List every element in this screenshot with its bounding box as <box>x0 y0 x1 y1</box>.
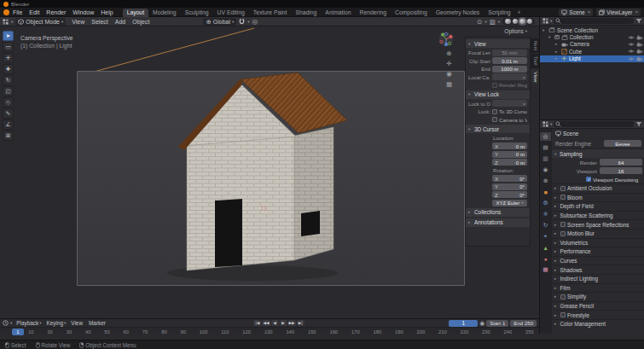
show-gizmo-toggle[interactable]: ⊙ <box>477 18 482 26</box>
play-reverse-button[interactable]: ◀ <box>271 320 279 326</box>
snap-magnet-toggle[interactable] <box>239 19 245 25</box>
rotation-order-select[interactable]: XYZ Euler ▾ <box>492 200 527 206</box>
collection-checkbox[interactable] <box>554 35 560 40</box>
proportional-edit-toggle[interactable]: ◎ <box>252 18 258 26</box>
playhead[interactable]: 1 <box>12 329 24 335</box>
camera-view-toggle[interactable]: ◉ <box>446 71 452 78</box>
section-checkbox[interactable] <box>560 312 566 317</box>
render-section-header[interactable]: ▸ Curves <box>552 256 644 265</box>
render-visibility-icon[interactable] <box>636 35 643 40</box>
tab-physics[interactable]: ↻ <box>540 221 551 230</box>
workspace-tab[interactable]: Compositing <box>391 9 432 17</box>
add-cube-tool[interactable]: ⊞ <box>3 131 14 141</box>
object-field[interactable]: × <box>492 73 527 80</box>
section-checkbox[interactable] <box>560 186 566 191</box>
menu-item[interactable]: Window <box>69 8 97 17</box>
clear-icon[interactable]: × <box>522 74 525 80</box>
section-checkbox[interactable] <box>560 222 566 227</box>
render-visibility-icon[interactable] <box>636 56 643 61</box>
visibility-eye-icon[interactable] <box>628 49 635 54</box>
axis-value-field[interactable]: Z 0 m <box>492 159 527 166</box>
render-section-header[interactable]: ▸ Subsurface Scattering <box>552 211 644 220</box>
tab-material[interactable]: ● <box>540 254 551 263</box>
scene-unlink-button[interactable]: × <box>587 9 591 15</box>
axis-value-field[interactable]: Y 0 m <box>492 151 527 158</box>
expand-caret-icon[interactable]: ▾ <box>548 35 553 39</box>
workspace-tab[interactable]: Shading <box>291 9 321 17</box>
object-field[interactable]: × <box>492 100 527 107</box>
section-checkbox[interactable] <box>560 231 566 236</box>
jump-to-start-button[interactable]: |◀ <box>253 320 261 326</box>
add-workspace-button[interactable]: + <box>515 8 524 16</box>
timeline-editor-type-button[interactable] <box>3 320 9 326</box>
render-engine-select[interactable]: Eevee <box>604 140 641 147</box>
menu-item[interactable]: Edit <box>26 8 43 17</box>
scale-tool[interactable]: ◱ <box>3 86 14 96</box>
axis-value-field[interactable]: Y 0° <box>492 183 527 190</box>
overlays-toggle[interactable]: ▥ <box>490 18 496 26</box>
timeline-menu-keying[interactable]: Keying ▾ <box>44 320 68 326</box>
tab-particles[interactable]: ※ <box>540 210 551 218</box>
workspace-tab[interactable]: Rendering <box>356 9 391 17</box>
section-checkbox[interactable] <box>560 294 566 300</box>
axis-value-field[interactable]: X 0 m <box>492 143 527 149</box>
tab-world[interactable]: ⊕ <box>540 177 551 185</box>
tab-modifiers[interactable]: ⚙ <box>540 199 551 207</box>
outliner-row-light[interactable]: ▸ Light <box>540 55 644 62</box>
outliner-row-collection[interactable]: ▾ Collection <box>540 33 644 40</box>
panel-section-header[interactable]: ▸ Collections <box>466 208 530 217</box>
workspace-tab[interactable]: Modeling <box>148 9 181 17</box>
tab-scene[interactable]: ◉ <box>540 166 551 174</box>
viewport-menu-item[interactable]: Select <box>88 17 111 26</box>
workspace-tab[interactable]: Texture Paint <box>249 9 292 17</box>
visibility-eye-icon[interactable] <box>628 42 635 47</box>
timeline-menu-playback[interactable]: Playback ▾ <box>14 320 44 326</box>
workspace-tab[interactable]: Scripting <box>484 9 514 17</box>
orientation-dropdown[interactable]: ⊕ Global ▾ <box>203 18 236 26</box>
navigation-gizmo[interactable] <box>438 32 454 47</box>
value-field[interactable]: 0.01 m <box>492 57 527 64</box>
outliner-search-input[interactable] <box>554 18 634 24</box>
viewport-menu-item[interactable]: Add <box>112 17 129 26</box>
expand-caret-icon[interactable]: ▸ <box>555 49 560 54</box>
render-visibility-icon[interactable] <box>636 49 643 54</box>
tab-render[interactable]: ◎ <box>540 132 551 141</box>
visibility-eye-icon[interactable] <box>628 56 635 61</box>
expand-caret-icon[interactable]: ▸ <box>555 56 560 61</box>
section-checkbox[interactable] <box>560 195 566 200</box>
outliner-row-camera[interactable]: ▸ Camera <box>540 41 644 48</box>
panel-section-header[interactable]: ▾ 3D Cursor <box>466 125 530 133</box>
current-frame-field[interactable]: 1 <box>449 320 478 327</box>
blender-menu-icon[interactable] <box>3 9 9 15</box>
checkbox[interactable] <box>492 117 497 122</box>
npanel-tab-view[interactable]: View <box>531 69 539 84</box>
clear-icon[interactable]: × <box>522 101 525 107</box>
render-visibility-icon[interactable] <box>636 42 643 47</box>
house-model[interactable] <box>78 72 464 285</box>
panel-section-header[interactable]: ▸ Annotations <box>466 218 530 227</box>
timeline-menu-view[interactable]: View <box>68 320 86 326</box>
sampling-section-header[interactable]: ▾ Sampling <box>552 148 644 158</box>
perspective-toggle[interactable]: ▦ <box>446 81 452 88</box>
menu-item[interactable]: Render <box>43 8 69 17</box>
render-section-header[interactable]: ▸ Motion Blur <box>552 229 644 238</box>
mode-dropdown[interactable]: Object Mode ▾ <box>15 18 66 26</box>
filter-icon[interactable] <box>635 121 642 127</box>
house-side-wall[interactable] <box>294 127 334 260</box>
tab-constraints[interactable]: ⌖ <box>540 232 551 241</box>
editor-type-button[interactable] <box>3 19 9 25</box>
properties-search-input[interactable] <box>554 121 634 127</box>
value-field[interactable]: 16 <box>600 167 642 174</box>
checkbox[interactable] <box>586 177 591 182</box>
value-field[interactable]: 50 mm <box>492 49 527 56</box>
workspace-tab[interactable]: Layout <box>123 9 148 17</box>
frame-start-field[interactable]: Start 1 <box>486 320 508 327</box>
render-section-header[interactable]: ▸ Performance <box>552 247 644 256</box>
render-section-header[interactable]: ▸ Film <box>552 283 644 293</box>
panel-section-header[interactable]: ▾ View Lock <box>466 90 530 99</box>
render-section-header[interactable]: ▸ Depth of Field <box>552 201 644 211</box>
workspace-tab[interactable]: Animation <box>321 9 355 17</box>
render-section-header[interactable]: ▸ Indirect Lighting <box>552 274 644 283</box>
expand-caret-icon[interactable]: ▾ <box>542 28 547 32</box>
box-select-tool[interactable]: ▭ <box>3 42 14 52</box>
